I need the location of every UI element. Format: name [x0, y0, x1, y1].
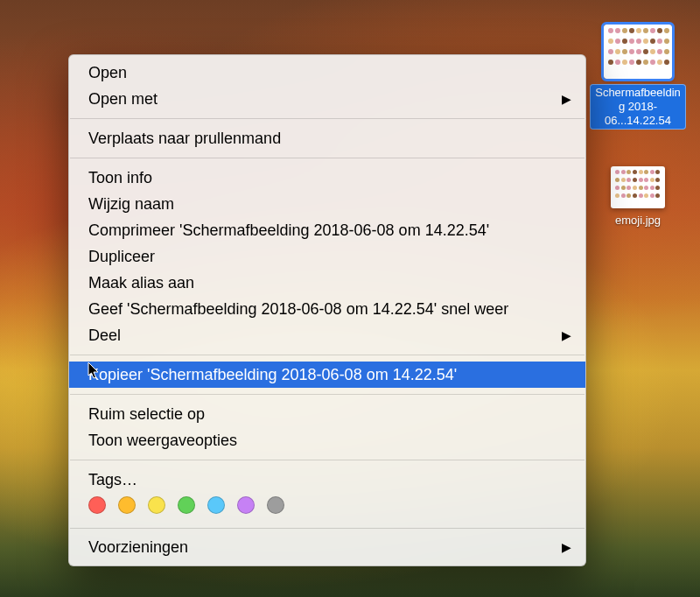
menu-tags-row — [69, 493, 585, 519]
menu-label: Verplaats naar prullenmand — [88, 130, 281, 147]
menu-open-with[interactable]: Open met ▶ — [69, 86, 585, 112]
menu-separator — [70, 355, 584, 355]
file-label: Schermafbeelding 2018-06...14.22.54 — [590, 84, 686, 130]
menu-label: Ruim selectie op — [88, 405, 205, 423]
tag-green[interactable] — [178, 496, 195, 514]
menu-label: Wijzig naam — [88, 195, 174, 213]
menu-clean-up-selection[interactable]: Ruim selectie op — [69, 401, 585, 427]
menu-label: Open — [88, 64, 127, 81]
tag-gray[interactable] — [267, 496, 284, 514]
menu-label: Dupliceer — [88, 248, 155, 265]
menu-copy[interactable]: Kopieer 'Schermafbeelding 2018-06-08 om … — [69, 362, 585, 388]
menu-label: Geef 'Schermafbeelding 2018-06-08 om 14.… — [88, 300, 508, 318]
menu-separator — [70, 118, 584, 119]
menu-label: Kopieer 'Schermafbeelding 2018-06-08 om … — [88, 366, 457, 383]
desktop-icons-area: Schermafbeelding 2018-06...14.22.54 emoj… — [590, 25, 686, 228]
tag-red[interactable] — [88, 496, 106, 514]
tag-purple[interactable] — [237, 496, 255, 514]
finder-context-menu: Open Open met ▶ Verplaats naar prullenma… — [68, 54, 586, 566]
thumbnail-content — [608, 28, 668, 75]
tag-blue[interactable] — [207, 496, 225, 514]
menu-label: Tags… — [88, 471, 137, 488]
file-thumbnail — [604, 25, 672, 79]
menu-make-alias[interactable]: Maak alias aan — [69, 270, 585, 296]
desktop-file-screenshot[interactable]: Schermafbeelding 2018-06...14.22.54 — [590, 25, 686, 130]
file-thumbnail — [611, 166, 665, 208]
menu-move-to-trash[interactable]: Verplaats naar prullenmand — [69, 125, 585, 151]
menu-services[interactable]: Voorzieningen ▶ — [69, 534, 585, 560]
tag-yellow[interactable] — [148, 496, 165, 514]
menu-separator — [70, 394, 584, 395]
menu-label: Open met — [88, 90, 158, 108]
menu-quick-look[interactable]: Geef 'Schermafbeelding 2018-06-08 om 14.… — [69, 296, 585, 322]
menu-label: Toon weergaveopties — [88, 432, 237, 449]
tag-orange[interactable] — [118, 496, 136, 514]
menu-compress[interactable]: Comprimeer 'Schermafbeelding 2018-06-08 … — [69, 217, 585, 243]
submenu-arrow-icon: ▶ — [562, 88, 571, 109]
menu-get-info[interactable]: Toon info — [69, 165, 585, 191]
menu-open[interactable]: Open — [69, 60, 585, 86]
menu-tags-label[interactable]: Tags… — [69, 467, 585, 493]
menu-separator — [70, 460, 584, 460]
menu-duplicate[interactable]: Dupliceer — [69, 243, 585, 270]
menu-label: Toon info — [88, 169, 152, 186]
menu-label: Comprimeer 'Schermafbeelding 2018-06-08 … — [88, 221, 489, 239]
submenu-arrow-icon: ▶ — [562, 537, 571, 558]
menu-show-view-options[interactable]: Toon weergaveopties — [69, 427, 585, 453]
menu-label: Voorzieningen — [88, 538, 188, 556]
menu-separator — [70, 528, 584, 529]
menu-label: Deel — [88, 327, 121, 344]
menu-share[interactable]: Deel ▶ — [69, 322, 585, 348]
menu-label: Maak alias aan — [88, 274, 194, 291]
menu-rename[interactable]: Wijzig naam — [69, 191, 585, 217]
thumbnail-content — [615, 170, 661, 205]
menu-separator — [70, 158, 584, 158]
file-label: emoji.jpg — [615, 214, 661, 228]
desktop-file-emoji[interactable]: emoji.jpg — [590, 166, 686, 228]
submenu-arrow-icon: ▶ — [562, 325, 571, 346]
